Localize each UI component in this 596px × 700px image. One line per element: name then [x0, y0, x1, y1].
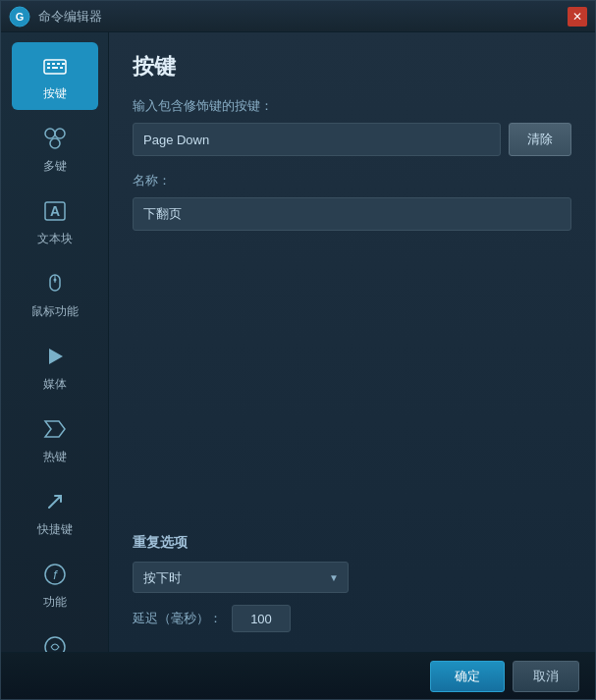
main-content: 按键 多键 A 文本 [1, 32, 595, 652]
key-input-label: 输入包含修饰键的按键： [133, 97, 571, 115]
repeat-select-wrapper: 按下时 按住时 松开时 [133, 562, 349, 593]
svg-rect-5 [57, 63, 60, 65]
multi-icon [39, 123, 71, 154]
delay-row: 延迟（毫秒）： [133, 605, 571, 632]
keyboard-icon [39, 50, 71, 81]
repeat-title: 重复选项 [133, 534, 571, 552]
func-icon: f [39, 559, 71, 590]
svg-text:A: A [49, 203, 59, 219]
repeat-section: 重复选项 按下时 按住时 松开时 延迟（毫秒）： [133, 524, 571, 632]
svg-point-11 [55, 129, 65, 138]
sidebar-item-keyboard-label: 按键 [43, 85, 67, 102]
svg-rect-6 [47, 67, 50, 69]
delay-input[interactable] [232, 605, 291, 632]
svg-point-12 [50, 138, 60, 148]
sidebar-item-multi[interactable]: 多键 [12, 115, 98, 183]
sidebar-item-shortcut[interactable]: 快捷键 [12, 478, 98, 546]
sidebar-item-text[interactable]: A 文本块 [12, 188, 98, 255]
repeat-dropdown-row: 按下时 按住时 松开时 [133, 562, 571, 593]
bottom-bar: 确定 取消 [1, 652, 595, 699]
sidebar-item-func-label: 功能 [43, 594, 67, 611]
svg-text:G: G [16, 11, 25, 23]
svg-rect-3 [47, 63, 50, 65]
spacer [133, 246, 571, 524]
sidebar-item-text-label: 文本块 [37, 231, 73, 247]
sidebar-item-mouse[interactable]: 鼠标功能 [12, 260, 98, 328]
svg-rect-8 [60, 67, 63, 69]
ventrilo-icon [39, 631, 71, 652]
mouse-icon [39, 268, 71, 299]
svg-marker-19 [45, 421, 65, 437]
title-bar: G 命令编辑器 ✕ [1, 1, 595, 32]
sidebar-item-func[interactable]: f 功能 [12, 551, 98, 619]
svg-text:f: f [53, 567, 58, 582]
shortcut-icon [39, 486, 71, 517]
page-title: 按键 [133, 52, 571, 81]
sidebar-item-mouse-label: 鼠标功能 [31, 303, 79, 320]
sidebar-item-media-label: 媒体 [43, 376, 67, 393]
media-icon [39, 341, 71, 372]
svg-rect-4 [52, 63, 55, 65]
key-input[interactable] [133, 123, 501, 156]
svg-rect-9 [62, 63, 65, 65]
key-input-row: 清除 [133, 123, 571, 156]
right-panel: 按键 输入包含修饰键的按键： 清除 名称： 重复选项 按下时 按住时 松开时 [109, 32, 595, 652]
sidebar-item-keyboard[interactable]: 按键 [12, 42, 98, 110]
title-bar-text: 命令编辑器 [38, 8, 568, 26]
svg-rect-7 [52, 67, 58, 69]
text-icon: A [39, 195, 71, 227]
sidebar-item-shortcut-label: 快捷键 [37, 521, 73, 538]
close-button[interactable]: ✕ [568, 7, 587, 27]
repeat-select[interactable]: 按下时 按住时 松开时 [133, 562, 349, 593]
sidebar-item-hotkey-label: 热键 [43, 449, 67, 465]
ok-button[interactable]: 确定 [430, 661, 505, 692]
app-logo: G [9, 6, 30, 27]
sidebar-item-multi-label: 多键 [43, 158, 67, 175]
name-input[interactable] [133, 197, 571, 231]
delay-label: 延迟（毫秒）： [133, 610, 222, 627]
sidebar-item-media[interactable]: 媒体 [12, 333, 98, 401]
name-label: 名称： [133, 172, 571, 189]
svg-point-17 [53, 279, 56, 282]
cancel-button[interactable]: 取消 [513, 661, 579, 692]
clear-button[interactable]: 清除 [509, 123, 571, 156]
sidebar: 按键 多键 A 文本 [1, 32, 109, 652]
svg-marker-18 [49, 349, 63, 364]
hotkey-icon [39, 413, 71, 445]
sidebar-item-hotkey[interactable]: 热键 [12, 405, 98, 473]
window: G 命令编辑器 ✕ [0, 0, 596, 700]
svg-point-10 [45, 129, 55, 138]
sidebar-item-ventrilo[interactable]: Ventrilo [12, 623, 98, 652]
